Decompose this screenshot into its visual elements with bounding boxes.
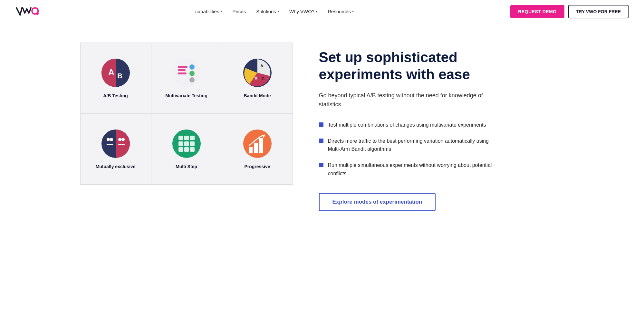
chevron-icon: ▾ — [277, 10, 279, 13]
svg-text:A: A — [108, 67, 114, 77]
svg-rect-8 — [178, 72, 187, 74]
bandit-label: Bandit Mode — [244, 93, 271, 98]
multi-step-label: Multi Step — [176, 164, 197, 169]
svg-point-17 — [107, 138, 110, 141]
svg-rect-34 — [259, 138, 263, 153]
bullet-square-icon — [319, 122, 323, 127]
svg-rect-7 — [178, 69, 186, 71]
svg-point-20 — [121, 138, 125, 141]
svg-point-5 — [172, 59, 201, 87]
svg-rect-29 — [184, 147, 189, 152]
svg-point-11 — [189, 77, 195, 82]
chevron-icon: ▾ — [316, 10, 317, 13]
bullet-item-3: Run multiple simultaneous experiments wi… — [319, 161, 499, 178]
request-demo-button[interactable]: REQUEST DEMO — [510, 5, 564, 18]
multivariate-icon — [172, 58, 201, 87]
svg-rect-6 — [178, 66, 187, 68]
mutually-exclusive-label: Mutually exclusive — [96, 164, 136, 169]
svg-point-10 — [189, 71, 195, 76]
svg-rect-22 — [178, 136, 183, 140]
svg-rect-30 — [190, 147, 195, 152]
bullet-square-icon — [319, 163, 323, 167]
bullet-item-1: Test multiple combinations of changes us… — [319, 121, 499, 129]
svg-rect-24 — [190, 136, 195, 140]
svg-point-18 — [110, 138, 113, 141]
svg-rect-33 — [254, 143, 258, 153]
bullet-list: Test multiple combinations of changes us… — [319, 121, 564, 178]
svg-rect-32 — [249, 147, 253, 153]
mutually-exclusive-cell[interactable]: Mutually exclusive — [80, 114, 151, 185]
multivariate-label: Multivariate Testing — [165, 93, 207, 98]
svg-rect-23 — [184, 136, 189, 140]
bandit-icon: A B C — [243, 58, 272, 87]
svg-point-19 — [118, 138, 121, 141]
chevron-icon: ▾ — [220, 10, 222, 13]
chevron-icon: ▾ — [352, 10, 354, 13]
main-content: A B A/B Testing — [64, 23, 580, 237]
svg-point-9 — [189, 64, 195, 70]
logo[interactable] — [15, 5, 39, 18]
experiment-grid: A B A/B Testing — [80, 43, 293, 185]
explore-button[interactable]: Explore modes of experimentation — [319, 193, 436, 211]
svg-rect-26 — [184, 141, 189, 146]
multi-step-cell[interactable]: Multi Step — [151, 114, 222, 185]
hero-subtitle: Go beyond typical A/B testing without th… — [319, 91, 493, 110]
nav-capabilities[interactable]: capabilities ▾ — [191, 6, 226, 17]
svg-text:A: A — [260, 63, 264, 68]
hero-text-section: Set up sophisticated experiments with ea… — [319, 43, 564, 211]
svg-rect-25 — [178, 141, 183, 146]
nav-links: capabilities ▾ Prices Solutions ▾ Why VW… — [191, 6, 358, 17]
progressive-label: Progressive — [244, 164, 270, 169]
nav-prices[interactable]: Prices — [228, 6, 250, 17]
ab-testing-icon: A B — [101, 58, 130, 87]
hero-heading: Set up sophisticated experiments with ea… — [319, 49, 506, 83]
svg-rect-27 — [190, 141, 195, 146]
ab-testing-label: A/B Testing — [103, 93, 128, 98]
svg-point-1 — [36, 12, 39, 15]
progressive-cell[interactable]: Progressive — [222, 114, 293, 185]
bandit-cell[interactable]: A B C Bandit Mode — [222, 43, 293, 114]
mutually-exclusive-icon — [101, 129, 130, 158]
nav-solutions[interactable]: Solutions ▾ — [252, 6, 283, 17]
svg-text:B: B — [255, 76, 257, 81]
experiment-grid-section: A B A/B Testing — [80, 43, 293, 185]
multi-step-icon — [172, 129, 201, 158]
multivariate-cell[interactable]: Multivariate Testing — [151, 43, 222, 114]
svg-rect-28 — [178, 147, 183, 152]
svg-text:B: B — [117, 72, 122, 80]
nav-why-vwo[interactable]: Why VWO? ▾ — [285, 6, 321, 17]
progressive-icon — [243, 129, 272, 158]
bullet-item-2: Directs more traffic to the best perform… — [319, 137, 499, 153]
ab-testing-cell[interactable]: A B A/B Testing — [80, 43, 151, 114]
svg-text:C: C — [262, 76, 265, 81]
try-free-button[interactable]: TRY VWO FOR FREE — [568, 5, 629, 18]
navbar: capabilities ▾ Prices Solutions ▾ Why VW… — [0, 0, 644, 23]
bullet-square-icon — [319, 139, 323, 143]
nav-resources[interactable]: Resources ▾ — [324, 6, 358, 17]
nav-actions: REQUEST DEMO TRY VWO FOR FREE — [510, 5, 629, 18]
